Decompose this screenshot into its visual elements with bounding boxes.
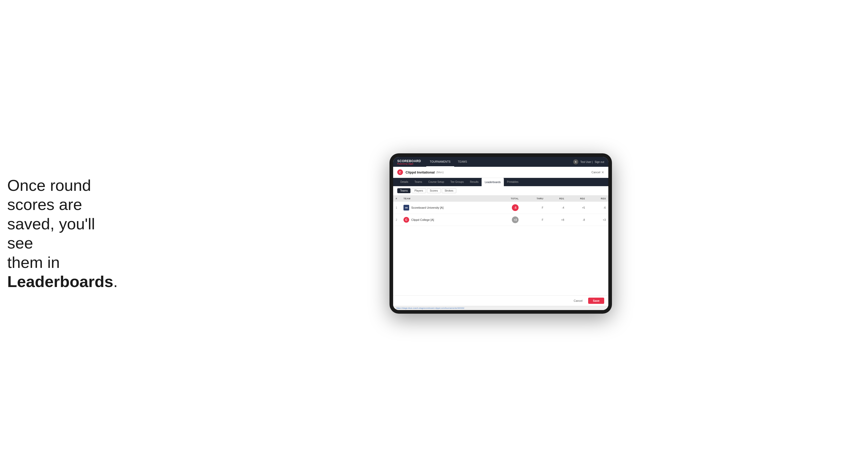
th-rd1: RD1 [546,195,567,202]
score-badge-red: -5 [512,204,519,211]
cancel-tournament-btn[interactable]: Cancel ✕ [591,170,604,174]
left-text-line2: scores are [7,195,82,213]
bottom-bar: Cancel Save [393,295,608,306]
rd1-1: -4 [546,202,567,214]
th-rd3: RD3 [588,195,608,202]
tablet-screen: SCOREBOARD Powered by clippd TOURNAMENTS… [393,157,608,310]
tab-navigation: Details Teams Course Setup Tee Groups Re… [393,178,608,186]
th-rd2: RD2 [567,195,587,202]
save-button[interactable]: Save [588,298,604,304]
left-text-leaderboards: Leaderboards [7,273,113,290]
cancel-x-icon: ✕ [601,170,604,174]
filter-bar: Teams Players Scores Strokes [393,186,608,195]
nav-links: TOURNAMENTS TEAMS [426,157,573,167]
total-1: -5 [494,202,521,214]
logo-scoreboard: SCOREBOARD [397,159,421,163]
total-2: +3 [494,214,521,226]
tab-leaderboards[interactable]: Leaderboards [482,178,504,186]
logo-area: SCOREBOARD Powered by clippd [397,159,421,165]
leaderboard-table: # TEAM TOTAL THRU RD1 RD2 RD3 1 [393,195,608,226]
th-total: TOTAL [494,195,521,202]
table-row: 2 C Clippd College [A] +3 [393,214,608,226]
filter-strokes-btn[interactable]: Strokes [442,188,456,193]
rd1-2: +8 [546,214,567,226]
nav-user-text: Test User | [580,161,593,163]
th-rank: # [393,195,401,202]
filter-scores-btn[interactable]: Scores [427,188,441,193]
rd3-2: +3 [588,214,608,226]
tablet-device: SCOREBOARD Powered by clippd TOURNAMENTS… [390,153,612,314]
tab-course-setup[interactable]: Course Setup [425,178,447,186]
thru-2: F [521,214,546,226]
team-logo-c: C [403,217,409,223]
nav-right: S Test User | Sign out [573,159,604,164]
rank-2: 2 [393,214,401,226]
tournament-subtitle: (Men) [436,171,444,174]
team-logo-sb: SB [403,205,409,211]
filter-players-btn[interactable]: Players [411,188,426,193]
nav-link-tournaments[interactable]: TOURNAMENTS [426,157,454,167]
team-name-1: SB Scoreboard University [A] [401,202,494,214]
rd2-1: +5 [567,202,587,214]
tab-printables[interactable]: Printables [504,178,521,186]
content-area: C Clippd Invitational (Men) Cancel ✕ Det… [393,167,608,310]
nav-signout[interactable]: Sign out [595,161,604,163]
tournament-header: C Clippd Invitational (Men) Cancel ✕ [393,167,608,178]
user-avatar: S [573,159,578,164]
tournament-title: Clippd Invitational [406,170,435,174]
left-text-period: . [113,273,118,290]
tab-teams[interactable]: Teams [411,178,425,186]
team-name-2: C Clippd College [A] [401,214,494,226]
tab-details[interactable]: Details [397,178,411,186]
bottom-cancel-btn[interactable]: Cancel [570,298,586,304]
leaderboard-table-container: # TEAM TOTAL THRU RD1 RD2 RD3 1 [393,195,608,295]
table-row: 1 SB Scoreboard University [A] -5 [393,202,608,214]
tournament-logo: C [397,169,403,175]
tab-results[interactable]: Results [467,178,482,186]
logo-powered-by: Powered by clippd [397,163,421,165]
left-text-line3: saved, you'll see [7,215,95,252]
rank-1: 1 [393,202,401,214]
left-text-line4: them in [7,253,60,271]
left-text-block: Once round scores are saved, you'll see … [7,176,105,291]
nav-link-teams[interactable]: TEAMS [454,157,471,167]
score-badge-gray: +3 [512,216,519,223]
filter-teams-btn[interactable]: Teams [397,188,410,193]
rd2-2: -8 [567,214,587,226]
table-header-row: # TEAM TOTAL THRU RD1 RD2 RD3 [393,195,608,202]
th-thru: THRU [521,195,546,202]
left-text-line1: Once round [7,176,91,194]
url-bar: https://stage-blue-coach.stagescoreboard… [393,306,608,310]
thru-1: F [521,202,546,214]
top-nav: SCOREBOARD Powered by clippd TOURNAMENTS… [393,157,608,167]
rd3-1: -6 [588,202,608,214]
tab-tee-groups[interactable]: Tee Groups [447,178,467,186]
th-team: TEAM [401,195,494,202]
